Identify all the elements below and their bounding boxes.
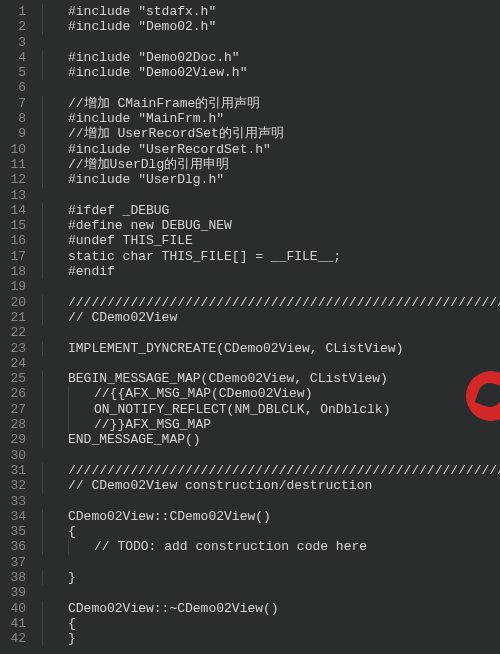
code-line[interactable]: #include "Demo02View.h" <box>42 65 500 80</box>
line-number: 17 <box>8 249 26 264</box>
code-line[interactable]: #include "stdafx.h" <box>42 4 500 19</box>
code-area[interactable]: #include "stdafx.h"#include "Demo02.h"#i… <box>36 0 500 654</box>
code-text: ////////////////////////////////////////… <box>68 295 500 310</box>
line-number: 41 <box>8 616 26 631</box>
indent-guide <box>42 631 68 646</box>
code-text: #include "Demo02View.h" <box>68 65 247 80</box>
code-line[interactable]: { <box>42 524 500 539</box>
indent-guide <box>42 509 68 524</box>
code-line[interactable]: #ifdef _DEBUG <box>42 203 500 218</box>
code-text: } <box>68 631 76 646</box>
code-line[interactable]: #endif <box>42 264 500 279</box>
indent-guide <box>42 432 68 447</box>
line-number: 42 <box>8 631 26 646</box>
indent-guide <box>42 218 68 233</box>
code-text: CDemo02View::CDemo02View() <box>68 509 271 524</box>
code-text: //}}AFX_MSG_MAP <box>94 417 211 432</box>
line-number: 25 <box>8 371 26 386</box>
line-number: 34 <box>8 509 26 524</box>
code-line[interactable]: BEGIN_MESSAGE_MAP(CDemo02View, CListView… <box>42 371 500 386</box>
code-line[interactable]: #include "Demo02Doc.h" <box>42 50 500 65</box>
code-text: #include "stdafx.h" <box>68 4 216 19</box>
indent-guide <box>42 233 68 248</box>
code-text: // TODO: add construction code here <box>94 539 367 554</box>
code-line[interactable]: ////////////////////////////////////////… <box>42 295 500 310</box>
code-line[interactable]: // TODO: add construction code here <box>42 539 500 554</box>
line-number: 1 <box>8 4 26 19</box>
code-line[interactable] <box>42 35 500 50</box>
code-text: #define new DEBUG_NEW <box>68 218 232 233</box>
indent-guide <box>68 417 94 432</box>
indent-guide <box>42 126 68 141</box>
code-line[interactable] <box>42 585 500 600</box>
line-number: 37 <box>8 555 26 570</box>
code-text: #ifdef _DEBUG <box>68 203 169 218</box>
code-line[interactable]: END_MESSAGE_MAP() <box>42 432 500 447</box>
code-line[interactable]: } <box>42 570 500 585</box>
line-number: 26 <box>8 386 26 401</box>
code-line[interactable]: IMPLEMENT_DYNCREATE(CDemo02View, CListVi… <box>42 341 500 356</box>
indent-guide <box>42 19 68 34</box>
indent-guide <box>42 616 68 631</box>
indent-guide <box>42 96 68 111</box>
line-number: 15 <box>8 218 26 233</box>
line-number: 10 <box>8 142 26 157</box>
code-text: ON_NOTIFY_REFLECT(NM_DBLCLK, OnDblclk) <box>94 402 390 417</box>
indent-guide <box>68 402 94 417</box>
line-number: 27 <box>8 402 26 417</box>
code-line[interactable]: #include "UserDlg.h" <box>42 172 500 187</box>
code-line[interactable] <box>42 448 500 463</box>
code-text: IMPLEMENT_DYNCREATE(CDemo02View, CListVi… <box>68 341 403 356</box>
code-line[interactable]: } <box>42 631 500 646</box>
code-editor[interactable]: 1234567891011121314151617181920212223242… <box>0 0 500 654</box>
code-line[interactable]: #undef THIS_FILE <box>42 233 500 248</box>
line-number: 39 <box>8 585 26 600</box>
code-text: #endif <box>68 264 115 279</box>
code-line[interactable] <box>42 325 500 340</box>
code-line[interactable]: //}}AFX_MSG_MAP <box>42 417 500 432</box>
indent-guide <box>42 601 68 616</box>
indent-guide <box>42 539 68 554</box>
code-line[interactable]: { <box>42 616 500 631</box>
line-number: 22 <box>8 325 26 340</box>
code-text: { <box>68 524 76 539</box>
code-line[interactable]: // CDemo02View construction/destruction <box>42 478 500 493</box>
code-line[interactable]: //增加 CMainFrame的引用声明 <box>42 96 500 111</box>
line-number: 20 <box>8 295 26 310</box>
code-line[interactable] <box>42 279 500 294</box>
code-line[interactable] <box>42 188 500 203</box>
code-text: END_MESSAGE_MAP() <box>68 432 201 447</box>
code-line[interactable]: static char THIS_FILE[] = __FILE__; <box>42 249 500 264</box>
code-text: #undef THIS_FILE <box>68 233 193 248</box>
code-line[interactable]: // CDemo02View <box>42 310 500 325</box>
code-text: #include "UserDlg.h" <box>68 172 224 187</box>
code-line[interactable] <box>42 494 500 509</box>
code-line[interactable] <box>42 555 500 570</box>
code-line[interactable]: CDemo02View::CDemo02View() <box>42 509 500 524</box>
line-number: 38 <box>8 570 26 585</box>
indent-guide <box>42 142 68 157</box>
line-number: 11 <box>8 157 26 172</box>
indent-guide <box>42 264 68 279</box>
code-line[interactable] <box>42 356 500 371</box>
line-number: 5 <box>8 65 26 80</box>
code-line[interactable]: ////////////////////////////////////////… <box>42 463 500 478</box>
code-line[interactable]: #include "Demo02.h" <box>42 19 500 34</box>
indent-guide <box>42 50 68 65</box>
code-line[interactable]: CDemo02View::~CDemo02View() <box>42 601 500 616</box>
indent-guide <box>42 157 68 172</box>
line-number: 18 <box>8 264 26 279</box>
line-number: 29 <box>8 432 26 447</box>
code-line[interactable]: #include "MainFrm.h" <box>42 111 500 126</box>
code-line[interactable]: //增加 UserRecordSet的引用声明 <box>42 126 500 141</box>
code-text: BEGIN_MESSAGE_MAP(CDemo02View, CListView… <box>68 371 388 386</box>
code-line[interactable] <box>42 80 500 95</box>
indent-guide <box>42 295 68 310</box>
line-number: 12 <box>8 172 26 187</box>
code-line[interactable]: //{{AFX_MSG_MAP(CDemo02View) <box>42 386 500 401</box>
code-line[interactable]: ON_NOTIFY_REFLECT(NM_DBLCLK, OnDblclk) <box>42 402 500 417</box>
code-text: ////////////////////////////////////////… <box>68 463 500 478</box>
code-line[interactable]: #define new DEBUG_NEW <box>42 218 500 233</box>
code-line[interactable]: #include "UserRecordSet.h" <box>42 142 500 157</box>
code-line[interactable]: //增加UserDlg的引用申明 <box>42 157 500 172</box>
